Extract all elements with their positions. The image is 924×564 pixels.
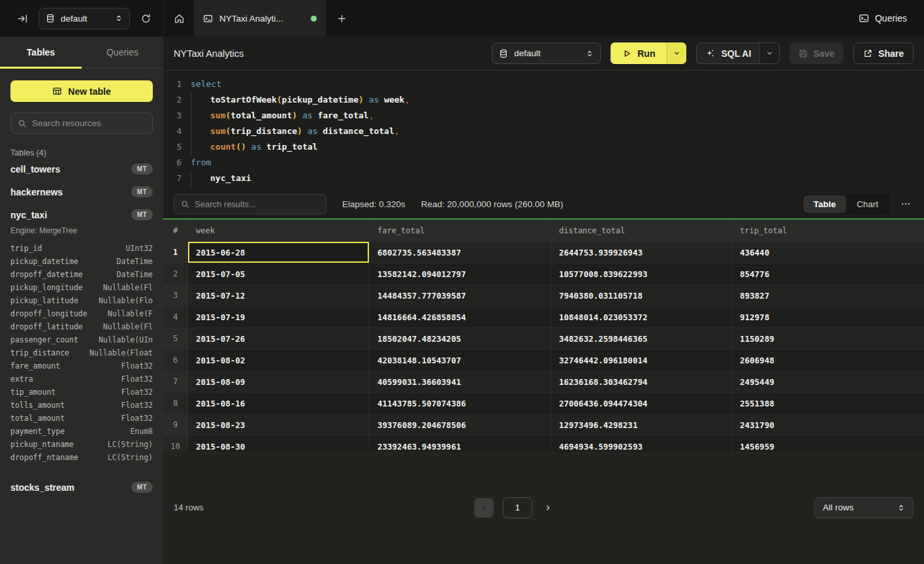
new-table-label: New table (68, 86, 110, 97)
table-cell[interactable]: 436440 (732, 242, 924, 263)
column-row: pickup_ntanameLC(String) (10, 438, 153, 451)
column-header-week[interactable]: week (188, 220, 370, 242)
save-button[interactable]: Save (789, 42, 844, 64)
table-cell[interactable]: 16236168.303462794 (551, 371, 732, 393)
table-row: 12015-06-286802735.5634833872644753.9399… (163, 242, 924, 263)
table-cell[interactable]: 893827 (732, 285, 924, 307)
table-cell[interactable]: 10577008.839622993 (551, 263, 732, 285)
page-number-button[interactable]: 1 (503, 497, 532, 518)
sql-ai-button[interactable]: SQL AI (696, 42, 780, 64)
table-cell[interactable]: 1456959 (732, 436, 924, 451)
play-icon (622, 49, 631, 58)
table-cell[interactable]: 2015-07-26 (188, 328, 370, 350)
table-cell[interactable]: 2015-07-05 (188, 263, 370, 285)
table-cell[interactable]: 2015-08-16 (188, 393, 370, 414)
new-table-button[interactable]: New table (10, 80, 153, 102)
table-cell[interactable]: 7940380.031105718 (551, 285, 732, 307)
table-cell[interactable]: 2644753.939926943 (551, 242, 732, 263)
table-cell[interactable]: 23392463.94939961 (370, 436, 551, 451)
editor-line: 3sum(total_amount) as fare_total, (163, 108, 924, 124)
table-cell[interactable]: 10848014.023053372 (551, 307, 732, 328)
table-cell[interactable]: 1150289 (732, 328, 924, 350)
results-table-header: # week fare_total distance_total trip_to… (163, 220, 924, 242)
column-row: dropoff_ntanameLC(String) (10, 451, 153, 464)
view-toggle-table[interactable]: Table (803, 195, 846, 213)
sidebar-item-cell-towers[interactable]: cell_towers MT (10, 158, 153, 180)
new-tab-button[interactable] (326, 0, 357, 37)
refresh-icon (140, 13, 151, 24)
engine-badge: MT (131, 209, 153, 220)
table-cell[interactable]: 2551388 (732, 393, 924, 414)
column-row: tip_amountFloat32 (10, 386, 153, 399)
chevrons-updown-icon (897, 504, 905, 512)
query-toolbar: default Run (492, 42, 914, 64)
table-cell[interactable]: 4694934.599902593 (551, 436, 732, 451)
results-menu-button[interactable] (898, 196, 914, 212)
table-cell[interactable]: 6802735.563483387 (370, 242, 551, 263)
queries-button[interactable]: Queries (842, 0, 924, 37)
sidebar-item-stocks-stream[interactable]: stocks_stream MT (10, 476, 153, 499)
top-bar-left: default (0, 0, 163, 37)
table-cell[interactable]: 912978 (732, 307, 924, 328)
table-cell[interactable]: 14484357.777039587 (370, 285, 551, 307)
sql-editor[interactable]: 1select2toStartOfWeek(pickup_datetime) a… (163, 71, 924, 190)
row-number: 1 (163, 242, 188, 263)
home-button[interactable] (163, 0, 194, 37)
table-cell[interactable]: 2015-07-19 (188, 307, 370, 328)
table-cell[interactable]: 27006436.094474304 (551, 393, 732, 414)
table-cell[interactable]: 41143785.507074386 (370, 393, 551, 414)
table-cell[interactable]: 2015-06-28 (188, 242, 370, 263)
results-search (174, 194, 327, 214)
sql-ai-caret[interactable] (759, 43, 779, 63)
column-row: trip_distanceNullable(Float (10, 346, 153, 359)
table-cell[interactable]: 2015-08-23 (188, 414, 370, 436)
table-cell[interactable]: 13582142.094012797 (370, 263, 551, 285)
table-cell[interactable]: 40599031.36603941 (370, 371, 551, 393)
table-cell[interactable]: 2431790 (732, 414, 924, 436)
table-cell[interactable]: 2015-08-09 (188, 371, 370, 393)
table-cell[interactable]: 2015-08-30 (188, 436, 370, 451)
page-size-selector[interactable]: All rows (814, 497, 914, 518)
console-icon (859, 13, 869, 24)
topbar-database-selector[interactable]: default (39, 8, 130, 29)
sidebar-item-hackernews[interactable]: hackernews MT (10, 180, 153, 203)
results-search-input[interactable] (195, 199, 319, 209)
column-header-fare-total[interactable]: fare_total (370, 220, 551, 242)
table-cell[interactable]: 2495449 (732, 371, 924, 393)
table-row: 62015-08-0242038148.1054370732746442.096… (163, 350, 924, 371)
sql-ai-label: SQL AI (721, 48, 751, 59)
line-number: 7 (163, 171, 182, 186)
run-options-caret[interactable] (667, 42, 686, 64)
column-header-trip-total[interactable]: trip_total (732, 220, 924, 242)
tab-nytaxi-analytics[interactable]: NYTaxi Analyti... (194, 0, 326, 37)
table-cell[interactable]: 2015-07-12 (188, 285, 370, 307)
query-header: NYTaxi Analytics default (163, 37, 924, 71)
run-button[interactable]: Run (611, 42, 686, 64)
share-button[interactable]: Share (853, 42, 914, 64)
table-cell[interactable]: 14816664.426858854 (370, 307, 551, 328)
toolbar-database-selector[interactable]: default (492, 42, 601, 64)
sidebar-item-nyc-taxi[interactable]: nyc_taxi MT (10, 203, 153, 226)
collapse-sidebar-button[interactable] (14, 10, 31, 27)
sidebar-body: New table Tables (4) cell_towers MT hack… (0, 69, 163, 564)
table-cell[interactable]: 32746442.096180014 (551, 350, 732, 371)
share-label: Share (878, 48, 904, 59)
table-cell[interactable]: 39376089.204678506 (370, 414, 551, 436)
editor-line: 2toStartOfWeek(pickup_datetime) as week, (163, 92, 924, 108)
refresh-button[interactable] (138, 10, 154, 27)
view-toggle-chart[interactable]: Chart (846, 195, 889, 213)
table-cell[interactable]: 42038148.10543707 (370, 350, 551, 371)
sidebar-tab-queries[interactable]: Queries (82, 37, 163, 68)
table-cell[interactable]: 854776 (732, 263, 924, 285)
table-cell[interactable]: 2015-08-02 (188, 350, 370, 371)
table-cell[interactable]: 12973496.4298231 (551, 414, 732, 436)
next-page-button[interactable] (541, 501, 554, 514)
table-cell[interactable]: 2606948 (732, 350, 924, 371)
column-header-distance-total[interactable]: distance_total (551, 220, 732, 242)
chevrons-updown-icon (115, 14, 123, 22)
sidebar-tab-tables[interactable]: Tables (0, 37, 82, 68)
previous-page-button[interactable] (474, 498, 494, 518)
table-cell[interactable]: 3482632.2598446365 (551, 328, 732, 350)
table-cell[interactable]: 18502047.48234205 (370, 328, 551, 350)
sidebar-search-input[interactable] (32, 118, 146, 128)
